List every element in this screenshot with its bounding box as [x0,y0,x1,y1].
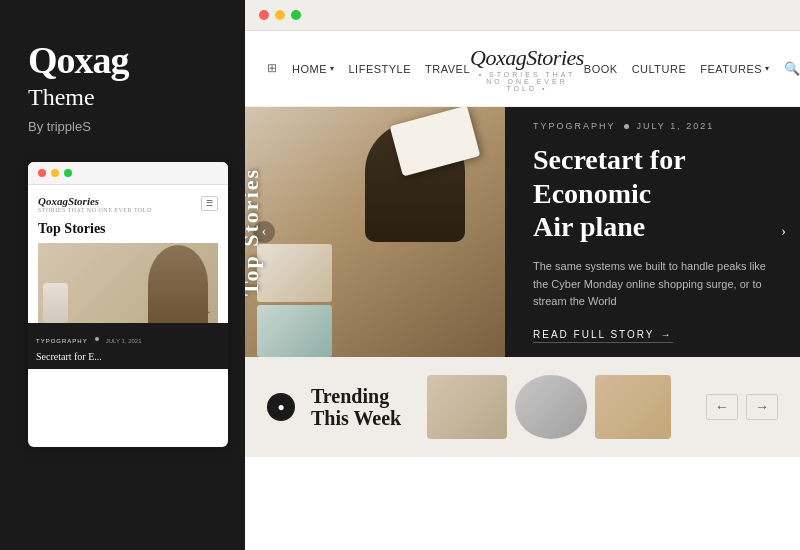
hero-image-area: Top Stories ‹ [245,107,505,357]
mini-dot-red [38,169,46,177]
main-preview: ⊞ HOME ▾ LIFESTYLE TRAVEL QoxagStories •… [245,0,800,550]
hero-section: Top Stories ‹ TYPOGRAPHY JULY 1, [245,107,800,357]
mini-logo-text: QoxagStories [38,195,152,207]
trending-image-1 [427,375,507,439]
mini-logo: QoxagStories STORIES THAT NO ONE EVER TO… [38,195,152,213]
mini-tag-dot [95,337,99,341]
chevron-down-icon: ▾ [330,64,335,73]
nav-left: ⊞ HOME ▾ LIFESTYLE TRAVEL [267,61,470,76]
hero-category: TYPOGRAPHY JULY 1, 2021 [533,121,772,131]
inset-image-2 [257,305,332,357]
trending-images [427,375,690,439]
site-logo: QoxagStories • STORIES THAT NO ONE EVER … [470,45,584,92]
chrome-dot-yellow [275,10,285,20]
arrow-right-icon: → [661,329,673,340]
hero-article-title: Secretart for Economic Air plane [533,143,772,244]
mini-nav: QoxagStories STORIES THAT NO ONE EVER TO… [38,195,218,213]
nav-travel[interactable]: TRAVEL [425,63,470,75]
read-more-link[interactable]: READ FULL STORY → [533,329,673,343]
nav-features[interactable]: FEATURES ▾ [700,63,769,75]
mini-dot-green [64,169,72,177]
theme-author: By trippleS [28,119,217,134]
category-dot [624,124,629,129]
trending-next-arrow-icon[interactable]: → [746,394,778,420]
nav-right: BOOK CULTURE FEATURES ▾ 🔍 [584,61,800,77]
nav-home[interactable]: HOME ▾ [292,63,335,75]
mini-browser-bar [28,162,228,185]
theme-name: Qoxag [28,40,217,82]
trending-title: Trending This Week [311,385,411,429]
hero-description: The same systems we built to handle peak… [533,258,772,311]
nav-lifestyle[interactable]: LIFESTYLE [349,63,412,75]
mini-top-stories: Top Stories [38,221,218,237]
site-logo-text: QoxagStories [470,45,584,71]
hero-top-stories-label: Top Stories [245,168,264,296]
sidebar: Qoxag Theme By trippleS QoxagStories STO… [0,0,245,550]
category-label: TYPOGRAPHY [533,121,616,131]
trending-icon: ● [267,393,295,421]
mini-article-title: Secretart for E... [36,350,220,363]
hero-next-arrow-icon[interactable]: › [781,224,786,240]
chrome-dot-red [259,10,269,20]
site-header: ⊞ HOME ▾ LIFESTYLE TRAVEL QoxagStories •… [245,31,800,107]
mini-content: QoxagStories STORIES THAT NO ONE EVER TO… [28,185,228,369]
browser-chrome-bar [245,0,800,31]
mini-hero-image: → [38,243,218,323]
hero-main-image: ‹ [245,107,505,357]
mini-person-silhouette [148,245,208,323]
trending-arrows: ← → [706,394,778,420]
chevron-down-icon: ▾ [765,64,770,73]
mini-tag-date: JULY 1, 2021 [106,338,142,344]
chrome-dot-green [291,10,301,20]
mini-dot-yellow [51,169,59,177]
hero-text-area: TYPOGRAPHY JULY 1, 2021 Secretart for Ec… [505,107,800,357]
mini-footer: TYPOGRAPHY JULY 1, 2021 Secretart for E.… [28,323,228,369]
theme-subtitle: Theme [28,84,217,111]
mini-tag-row: TYPOGRAPHY JULY 1, 2021 [36,329,220,347]
mini-menu-icon: ☰ [201,196,218,211]
hero-date: JULY 1, 2021 [637,121,715,131]
mini-tag-label: TYPOGRAPHY [36,338,88,344]
mini-flowers-decoration [43,283,68,323]
search-icon[interactable]: 🔍 [784,61,800,77]
website-content: ⊞ HOME ▾ LIFESTYLE TRAVEL QoxagStories •… [245,31,800,550]
mini-preview-card: QoxagStories STORIES THAT NO ONE EVER TO… [28,162,228,447]
nav-culture[interactable]: CULTURE [632,63,687,75]
mini-arrow-right-icon: → [202,306,212,317]
trending-image-2 [515,375,587,439]
trending-prev-arrow-icon[interactable]: ← [706,394,738,420]
nav-book[interactable]: BOOK [584,63,618,75]
trending-image-3 [595,375,671,439]
grid-icon[interactable]: ⊞ [267,61,278,76]
trending-section: ● Trending This Week ← → [245,357,800,457]
site-logo-tagline: • STORIES THAT NO ONE EVER TOLD • [470,71,584,92]
inset-image-1 [257,244,332,302]
mini-logo-sub: STORIES THAT NO ONE EVER TOLD [38,207,152,213]
